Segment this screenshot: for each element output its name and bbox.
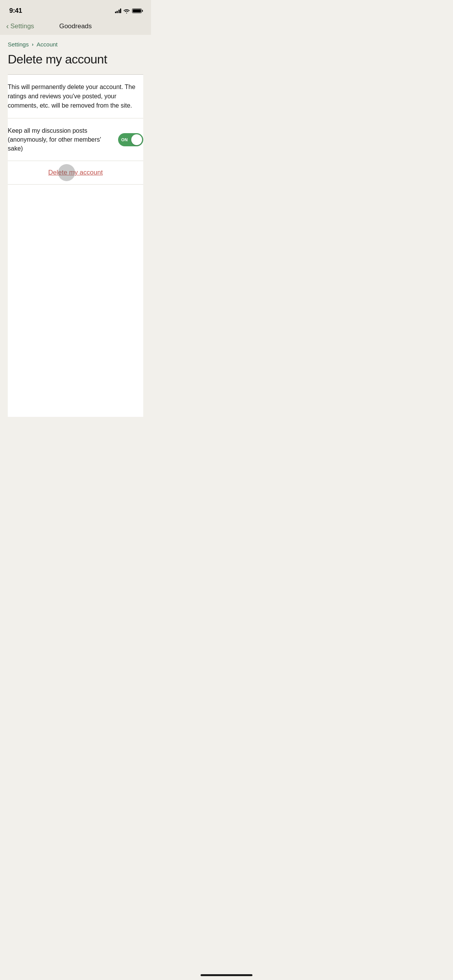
- delete-account-button[interactable]: Delete my account: [48, 169, 103, 176]
- toggle-row-label: Keep all my discussion posts (anonymousl…: [8, 126, 118, 153]
- status-bar: 9:41: [0, 0, 151, 19]
- toggle-thumb: [131, 134, 142, 145]
- touch-indicator: [58, 164, 75, 181]
- toggle-on-label: ON: [121, 137, 128, 142]
- back-button[interactable]: ‹ Settings: [6, 22, 34, 31]
- keep-posts-toggle[interactable]: ON: [118, 133, 143, 146]
- description-section: This will permanently delete your accoun…: [8, 75, 143, 118]
- back-chevron-icon: ‹: [6, 22, 9, 31]
- breadcrumb-current: Account: [37, 41, 58, 48]
- description-text: This will permanently delete your accoun…: [8, 82, 143, 110]
- breadcrumb-chevron-icon: ›: [32, 41, 33, 47]
- status-icons: [115, 9, 142, 14]
- breadcrumb-settings-link[interactable]: Settings: [8, 41, 29, 48]
- battery-fill: [133, 9, 141, 12]
- breadcrumb: Settings › Account: [8, 41, 143, 48]
- empty-space: [8, 185, 143, 417]
- status-time: 9:41: [9, 7, 22, 15]
- nav-title: Goodreads: [59, 22, 92, 30]
- back-label: Settings: [10, 22, 34, 30]
- delete-section: Delete my account: [8, 161, 143, 184]
- nav-bar: ‹ Settings Goodreads: [0, 19, 151, 35]
- signal-icon: [115, 9, 122, 13]
- page-title: Delete my account: [8, 52, 143, 67]
- toggle-row[interactable]: Keep all my discussion posts (anonymousl…: [8, 118, 143, 161]
- battery-icon: [132, 9, 142, 13]
- wifi-icon: [124, 9, 130, 14]
